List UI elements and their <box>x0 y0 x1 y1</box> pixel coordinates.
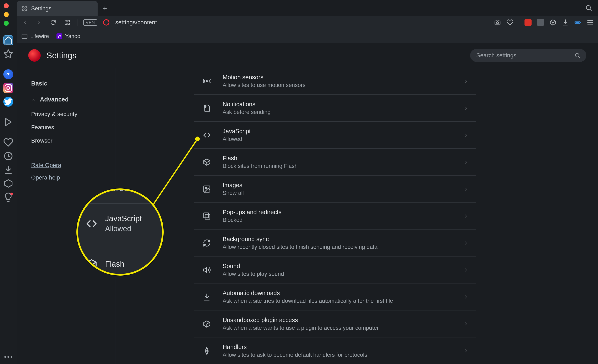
sidebar-section-advanced[interactable]: Advanced <box>31 91 115 107</box>
link-rate-opera[interactable]: Rate Opera <box>31 162 115 169</box>
content-row-bell[interactable]: NotificationsAsk before sending <box>194 95 476 121</box>
sidebar-item-browser[interactable]: Browser <box>31 134 115 147</box>
row-title: Unsandboxed plugin access <box>223 317 455 324</box>
battery-icon[interactable] <box>574 19 581 26</box>
content-row-popup[interactable]: Pop-ups and redirectsBlocked <box>194 202 476 229</box>
toolbar-right <box>494 19 594 26</box>
cube-icon[interactable] <box>549 19 556 26</box>
content-row-sync[interactable]: Background syncAllow recently closed sit… <box>194 229 476 257</box>
chevron-up-icon <box>31 97 36 102</box>
magnifier-lens: Noti…Ask before…JavaScriptAllowedFlash <box>76 188 164 275</box>
row-subtitle: Ask when a site tries to download files … <box>223 298 455 304</box>
lens-title: JavaScript <box>105 214 142 223</box>
extension-grey[interactable] <box>537 19 544 26</box>
close-window[interactable] <box>4 3 9 8</box>
image-icon <box>201 183 213 195</box>
content-row-cube[interactable]: FlashBlock sites from running Flash <box>194 149 476 176</box>
page-header: Settings <box>17 43 598 68</box>
row-subtitle: Allow recently closed sites to finish se… <box>223 244 455 250</box>
rail-instagram[interactable] <box>3 83 13 93</box>
rail-divider <box>5 132 12 132</box>
content-row-handlers[interactable]: HandlersAllow sites to ask to become def… <box>194 337 476 364</box>
search-input[interactable] <box>476 52 571 59</box>
easy-setup-icon[interactable] <box>587 19 594 26</box>
sidebar-section-basic[interactable]: Basic <box>31 75 115 91</box>
bookmark-yahoo[interactable]: y! Yahoo <box>57 33 80 40</box>
snapshot-icon[interactable] <box>494 19 501 26</box>
plugin-icon <box>201 318 213 330</box>
rail-history[interactable] <box>3 151 13 161</box>
rail-play[interactable] <box>3 117 13 127</box>
maximize-window[interactable] <box>4 21 9 26</box>
bookmark-lifewire[interactable]: Lifewire <box>22 33 49 40</box>
nav-back-button[interactable] <box>21 18 29 27</box>
vpn-badge[interactable]: VPN <box>83 19 97 26</box>
rail-messenger[interactable] <box>3 69 13 79</box>
rail-heart[interactable] <box>3 138 13 147</box>
sidebar-item-privacy[interactable]: Privacy & security <box>31 107 115 121</box>
content-row-sound[interactable]: SoundAllow sites to play sound <box>194 257 476 283</box>
content-row-code[interactable]: JavaScriptAllowed <box>194 121 476 149</box>
settings-search[interactable] <box>470 49 586 62</box>
bookmark-label: Lifewire <box>30 33 49 40</box>
chevron-right-icon <box>464 79 468 84</box>
callout-anchor <box>195 137 200 141</box>
svg-point-12 <box>7 87 10 89</box>
content-row-download[interactable]: Automatic downloadsAsk when a site tries… <box>194 283 476 310</box>
rail-downloads[interactable] <box>3 165 13 175</box>
sidebar-section-label: Advanced <box>40 96 69 103</box>
chevron-right-icon <box>464 160 468 165</box>
page-title: Settings <box>47 51 77 60</box>
svg-point-15 <box>575 53 579 57</box>
content-row-plugin[interactable]: Unsandboxed plugin accessAsk when a site… <box>194 310 476 337</box>
link-opera-help[interactable]: Opera help <box>31 174 115 181</box>
chevron-right-icon <box>464 241 468 245</box>
svg-point-1 <box>586 6 590 10</box>
new-tab-button[interactable]: + <box>98 1 112 16</box>
reload-button[interactable] <box>49 18 57 27</box>
opera-logo-icon <box>28 49 41 62</box>
rail-divider <box>5 64 12 64</box>
svg-rect-2 <box>65 20 67 22</box>
address-bar: VPN settings/content <box>17 16 598 29</box>
opera-logo-icon <box>103 19 109 25</box>
chevron-right-icon <box>464 133 468 138</box>
download-icon[interactable] <box>562 19 569 26</box>
row-subtitle: Show all <box>223 190 455 196</box>
url-text[interactable]: settings/content <box>115 19 157 26</box>
row-subtitle: Allowed <box>223 136 455 142</box>
row-subtitle: Block sites from running Flash <box>223 163 455 169</box>
minimize-window[interactable] <box>4 12 9 17</box>
rail-twitter[interactable] <box>3 97 13 107</box>
speed-dial-button[interactable] <box>63 18 71 27</box>
sidebar-item-features[interactable]: Features <box>31 121 115 134</box>
svg-point-7 <box>497 22 498 24</box>
separator <box>77 19 77 26</box>
rail-bookmarks[interactable] <box>3 49 13 59</box>
bell-icon <box>201 102 213 114</box>
extension-red[interactable] <box>524 19 532 26</box>
content-row-motion[interactable]: Motion sensorsAllow sites to use motion … <box>194 68 476 95</box>
row-subtitle: Allow sites to use motion sensors <box>223 82 455 89</box>
rail-tips[interactable] <box>3 192 13 202</box>
heart-icon[interactable] <box>507 19 514 26</box>
rail-more[interactable] <box>0 356 17 358</box>
nav-forward-button[interactable] <box>35 18 43 27</box>
svg-point-13 <box>10 86 11 86</box>
bookmark-label: Yahoo <box>65 33 80 40</box>
tab-title: Settings <box>31 5 51 12</box>
row-title: Background sync <box>223 236 455 243</box>
bookmarks-bar: Lifewire y! Yahoo <box>17 29 598 43</box>
lens-row-code: JavaScriptAllowed <box>76 203 164 244</box>
lens-subtitle: Allowed <box>105 224 142 233</box>
row-title: Motion sensors <box>223 74 455 81</box>
tab-search-icon[interactable] <box>585 4 592 11</box>
rail-home[interactable] <box>3 35 13 45</box>
row-subtitle: Blocked <box>223 217 455 223</box>
tab-settings[interactable]: Settings <box>17 1 98 16</box>
rail-extensions[interactable] <box>3 178 13 188</box>
popup-icon <box>201 210 213 222</box>
search-icon <box>574 52 581 58</box>
content-row-image[interactable]: ImagesShow all <box>194 176 476 202</box>
chevron-right-icon <box>464 186 468 192</box>
